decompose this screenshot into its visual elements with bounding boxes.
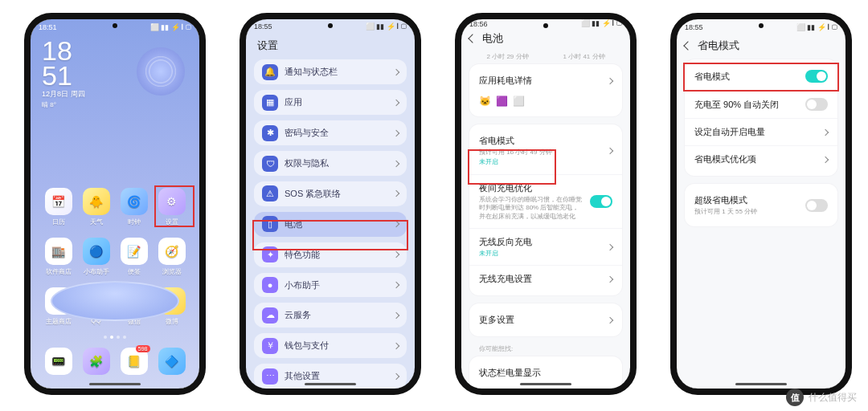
power-card: 省电模式预计可用 16 小时 49 分钟未开启夜间充电优化系统会学习你的睡眠习惯… xyxy=(469,124,622,295)
row-夜间充电优化[interactable]: 夜间充电优化系统会学习你的睡眠习惯，在你睡觉时判断电量到达 80% 后智能充电，… xyxy=(469,174,622,228)
phone-homescreen: 18:51 ⬜ ▮▮ ⚡ 𝄃 ▢ 18 51 12月8日 周四 晴 8° 📅日历… xyxy=(24,13,206,395)
status-time: 18:55 xyxy=(254,22,272,31)
chevron-right-icon xyxy=(607,77,613,83)
status-time: 18:55 xyxy=(685,23,703,31)
chevron-right-icon xyxy=(393,100,399,106)
app-dock[interactable]: 🧩 xyxy=(80,348,113,377)
settings-row-云服务[interactable]: ☁云服务 xyxy=(254,303,407,328)
chevron-right-icon xyxy=(393,221,399,227)
settings-row-钱包与支付[interactable]: ￥钱包与支付 xyxy=(254,333,407,358)
chevron-right-icon xyxy=(393,312,399,319)
row-超级省电模式[interactable]: 超级省电模式预计可用 1 天 55 分钟 xyxy=(685,187,837,223)
wallpaper-swirl xyxy=(137,47,185,96)
chevron-right-icon xyxy=(822,128,829,135)
app-便签[interactable]: 📝便签 xyxy=(117,238,150,276)
chevron-right-icon xyxy=(607,276,613,283)
app-小布助手[interactable]: 🔵小布助手 xyxy=(80,238,113,276)
page-title: 电池 xyxy=(482,31,503,46)
toggle[interactable] xyxy=(805,199,828,212)
row-无线充电设置[interactable]: 无线充电设置 xyxy=(469,265,622,292)
chevron-right-icon xyxy=(822,156,829,162)
super-powersave-card: 超级省电模式预计可用 1 天 55 分钟 xyxy=(685,184,837,226)
watermark-text: 什么值得买 xyxy=(809,391,857,405)
chevron-right-icon xyxy=(393,372,399,379)
chevron-right-icon xyxy=(393,129,399,136)
chevron-right-icon xyxy=(393,160,399,166)
hint-text: 状态栏电量显示 xyxy=(479,367,612,379)
dock: 📟🧩📒598🔷 xyxy=(31,348,199,377)
usage-card[interactable]: 应用耗电详情 🐱🟪⬜ xyxy=(469,64,622,116)
wallpaper-planet xyxy=(51,281,179,321)
settings-row-通知与状态栏[interactable]: 🔔通知与状态栏 xyxy=(254,59,407,84)
status-time: 18:51 xyxy=(39,23,57,31)
row-充电至 90% 自动关闭[interactable]: 充电至 90% 自动关闭 xyxy=(685,90,837,118)
status-icons: ⬜ ▮▮ ⚡ 𝄃 ▢ xyxy=(581,19,622,28)
app-dock[interactable]: 🔷 xyxy=(155,348,188,377)
chevron-right-icon xyxy=(607,243,613,250)
status-icons: ⬜ ▮▮ ⚡ 𝄃 ▢ xyxy=(796,23,837,32)
clock-weather: 晴 8° xyxy=(42,100,188,109)
back-icon[interactable] xyxy=(683,41,692,50)
settings-row-电池[interactable]: ▯电池 xyxy=(254,212,407,237)
settings-row-SOS 紧急联络[interactable]: ⚠SOS 紧急联络 xyxy=(254,181,407,206)
nav-bar[interactable] xyxy=(735,383,787,385)
battery-stats: 2 小时 29 分钟 1 小时 41 分钟 xyxy=(461,52,630,64)
status-icons: ⬜ ▮▮ ⚡ 𝄃 ▢ xyxy=(150,23,191,32)
nav-bar[interactable] xyxy=(305,383,356,385)
app-设置[interactable]: ⚙设置 xyxy=(155,188,188,226)
chevron-right-icon xyxy=(393,282,399,288)
page-title: 省电模式 xyxy=(698,39,739,53)
row-省电模式[interactable]: 省电模式 xyxy=(685,63,837,90)
more-settings: 更多设置 xyxy=(479,314,601,326)
app-dock[interactable]: 📟 xyxy=(42,348,75,377)
usage-title: 应用耗电详情 xyxy=(479,75,601,87)
settings-row-小布助手[interactable]: ●小布助手 xyxy=(254,273,407,298)
app-dock[interactable]: 📒598 xyxy=(117,348,150,377)
usage-apps: 🐱🟪⬜ xyxy=(469,94,622,113)
watermark: 值 什么值得买 xyxy=(786,389,857,406)
phone-settings: 18:55 ⬜ ▮▮ ⚡ 𝄃 ▢ 设置 🔔通知与状态栏▦应用✱密码与安全🛡权限与… xyxy=(240,13,421,395)
toggle[interactable] xyxy=(805,70,828,83)
chevron-right-icon xyxy=(393,343,399,349)
app-浏览器[interactable]: 🧭浏览器 xyxy=(155,238,188,276)
chevron-right-icon xyxy=(607,148,613,154)
settings-row-权限与隐私[interactable]: 🛡权限与隐私 xyxy=(254,151,407,176)
page-title: 设置 xyxy=(246,34,415,59)
hint-header: 你可能想找: xyxy=(461,344,630,356)
toggle[interactable] xyxy=(805,98,828,111)
row-无线反向充电[interactable]: 无线反向充电未开启 xyxy=(469,228,622,265)
row-省电模式优化项[interactable]: 省电模式优化项 xyxy=(685,145,837,173)
status-time: 18:56 xyxy=(469,20,488,28)
header: 电池 xyxy=(461,28,630,52)
back-icon[interactable] xyxy=(468,34,477,43)
phone-battery: 18:56 ⬜ ▮▮ ⚡ 𝄃 ▢ 电池 2 小时 29 分钟 1 小时 41 分… xyxy=(455,13,637,395)
app-天气[interactable]: 🐥天气 xyxy=(80,188,113,226)
app-软件商店[interactable]: 🏬软件商店 xyxy=(42,238,75,276)
nav-bar[interactable] xyxy=(520,383,571,385)
more-card[interactable]: 更多设置 xyxy=(469,303,622,336)
app-日历[interactable]: 📅日历 xyxy=(42,188,75,226)
page-indicator xyxy=(31,336,199,339)
chevron-right-icon xyxy=(393,251,399,258)
chevron-right-icon xyxy=(607,317,613,324)
stat-left: 2 小时 29 分钟 xyxy=(486,52,528,61)
row-设定自动开启电量[interactable]: 设定自动开启电量 xyxy=(685,118,837,145)
powersave-card: 省电模式充电至 90% 自动关闭设定自动开启电量省电模式优化项 xyxy=(685,59,837,176)
settings-row-特色功能[interactable]: ✦特色功能 xyxy=(254,242,407,267)
app-时钟[interactable]: 🌀时钟 xyxy=(117,188,150,226)
header: 省电模式 xyxy=(677,35,845,59)
chevron-right-icon xyxy=(393,190,399,197)
watermark-logo: 值 xyxy=(786,389,804,406)
stat-right: 1 小时 41 分钟 xyxy=(563,52,604,61)
nav-bar[interactable] xyxy=(89,383,141,385)
settings-list: 🔔通知与状态栏▦应用✱密码与安全🛡权限与隐私⚠SOS 紧急联络▯电池✦特色功能●… xyxy=(246,59,415,389)
settings-row-密码与安全[interactable]: ✱密码与安全 xyxy=(254,120,407,145)
status-icons: ⬜ ▮▮ ⚡ 𝄃 ▢ xyxy=(366,22,407,31)
toggle[interactable] xyxy=(590,195,612,208)
row-省电模式[interactable]: 省电模式预计可用 16 小时 49 分钟未开启 xyxy=(469,128,622,174)
chevron-right-icon xyxy=(393,69,399,75)
phone-powersave: 18:55 ⬜ ▮▮ ⚡ 𝄃 ▢ 省电模式 省电模式充电至 90% 自动关闭设定… xyxy=(670,13,852,395)
settings-row-应用[interactable]: ▦应用 xyxy=(254,90,407,115)
